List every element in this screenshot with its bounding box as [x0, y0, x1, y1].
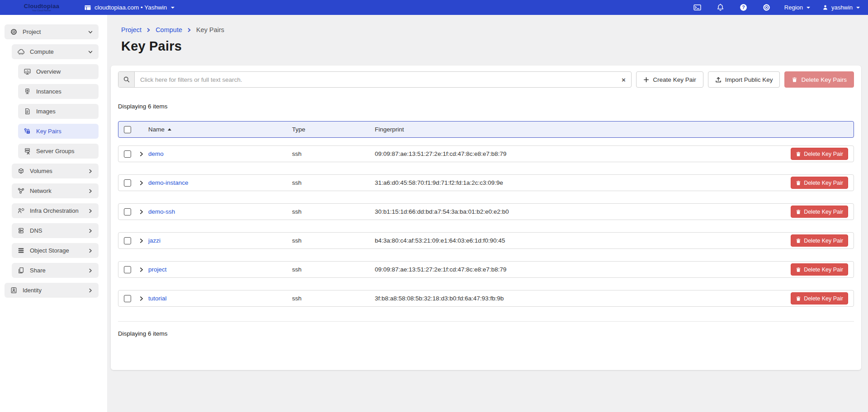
expand-chevron-icon[interactable]	[138, 180, 148, 186]
table-row: tutorial ssh 3f:b8:a8:58:08:5b:32:18:d3:…	[118, 290, 854, 307]
sidebar-item-volumes[interactable]: Volumes	[12, 164, 99, 178]
sidebar-item-instances[interactable]: Instances	[18, 84, 99, 99]
select-all-checkbox[interactable]	[124, 126, 131, 133]
brand-name: Cloudtopiaa	[24, 3, 59, 9]
breadcrumb-compute[interactable]: Compute	[156, 26, 182, 33]
sidebar-item-label: Project	[23, 28, 41, 35]
expand-chevron-icon[interactable]	[138, 295, 148, 302]
expand-chevron-icon[interactable]	[138, 238, 148, 244]
key-pair-name-link[interactable]: demo	[148, 150, 292, 157]
page-title: Key Pairs	[121, 39, 868, 54]
trash-icon	[796, 296, 801, 301]
row-checkbox[interactable]	[124, 208, 131, 215]
key-pair-type: ssh	[292, 150, 375, 157]
domain-selector-label: cloudtopiaa.com • Yashwin	[94, 4, 167, 11]
volumes-cube-icon	[17, 167, 25, 175]
sidebar-item-images[interactable]: Images	[18, 104, 99, 119]
brand-tagline: Your Cloud Partner	[32, 9, 51, 12]
sidebar-item-label: Server Groups	[36, 148, 75, 154]
delete-key-pair-button[interactable]: Delete Key Pair	[791, 177, 848, 189]
sidebar-item-label: Infra Orchestration	[30, 207, 79, 214]
chevron-right-icon	[88, 208, 93, 214]
user-dropdown[interactable]: yashwin	[822, 4, 860, 11]
key-pair-name-link[interactable]: demo-ssh	[148, 208, 292, 215]
images-document-icon	[24, 108, 31, 115]
sidebar-item-label: Images	[36, 108, 56, 115]
search-input[interactable]	[135, 72, 616, 87]
topbar: Cloudtopiaa Your Cloud Partner cloudtopi…	[0, 0, 868, 15]
region-dropdown[interactable]: Region	[784, 4, 810, 11]
key-pair-name-link[interactable]: project	[148, 266, 292, 273]
table-row: demo-instance ssh 31:a6:d0:45:58:70:f1:9…	[118, 174, 854, 191]
bell-icon[interactable]	[713, 3, 728, 12]
sidebar-item-project[interactable]: Project	[5, 24, 99, 39]
chevron-down-icon	[88, 29, 93, 35]
delete-key-pair-button[interactable]: Delete Key Pair	[791, 234, 848, 247]
object-storage-list-icon	[17, 247, 25, 254]
expand-chevron-icon[interactable]	[138, 151, 148, 157]
import-public-key-button[interactable]: Import Public Key	[708, 71, 780, 88]
sidebar-item-server-groups[interactable]: Server Groups	[18, 144, 99, 159]
sidebar-item-label: Compute	[30, 48, 54, 55]
sidebar-item-overview[interactable]: Overview	[18, 64, 99, 79]
delete-key-pair-button[interactable]: Delete Key Pair	[791, 148, 848, 160]
table-row: demo-ssh ssh 30:b1:15:1d:66:dd:bd:a7:54:…	[118, 203, 854, 220]
user-name: yashwin	[831, 4, 853, 11]
row-checkbox[interactable]	[124, 266, 131, 273]
expand-chevron-icon[interactable]	[138, 267, 148, 273]
row-checkbox[interactable]	[124, 237, 131, 244]
sidebar-item-share[interactable]: Share	[12, 263, 99, 278]
row-checkbox[interactable]	[124, 179, 131, 187]
key-pair-fingerprint: 30:b1:15:1d:66:dd:bd:a7:54:3a:ba:01:b2:e…	[375, 208, 791, 215]
table-row: demo ssh 09:09:87:ae:13:51:27:2e:1f:cd:4…	[118, 145, 854, 162]
filter-search-group: ×	[118, 71, 632, 88]
sidebar-item-network[interactable]: Network	[12, 183, 99, 198]
delete-key-pair-button[interactable]: Delete Key Pair	[791, 292, 848, 304]
create-key-pair-button[interactable]: Create Key Pair	[636, 71, 703, 88]
search-icon[interactable]	[118, 72, 135, 87]
sidebar-item-identity[interactable]: Identity	[5, 283, 99, 298]
brand-logo[interactable]: Cloudtopiaa Your Cloud Partner	[12, 3, 71, 12]
sidebar-item-label: Instances	[36, 88, 61, 95]
key-pair-type: ssh	[292, 295, 375, 302]
domain-selector[interactable]: cloudtopiaa.com • Yashwin	[84, 4, 175, 11]
trash-icon	[796, 267, 801, 272]
sidebar-item-label: Share	[30, 267, 46, 274]
infra-orchestration-icon	[17, 207, 25, 215]
instances-server-icon	[24, 88, 31, 95]
chevron-right-icon	[88, 169, 93, 174]
delete-key-pair-button[interactable]: Delete Key Pair	[791, 206, 848, 218]
sidebar-item-infra-orchestration[interactable]: Infra Orchestration	[12, 203, 99, 218]
breadcrumb-project[interactable]: Project	[121, 26, 142, 33]
help-icon[interactable]: ?	[736, 3, 751, 12]
expand-chevron-icon[interactable]	[138, 209, 148, 215]
sidebar-item-label: DNS	[30, 227, 42, 234]
delete-key-pair-button[interactable]: Delete Key Pair	[791, 263, 848, 276]
key-pair-name-link[interactable]: jazzi	[148, 237, 292, 244]
column-header-name[interactable]: Name	[148, 126, 165, 133]
clear-search-icon[interactable]: ×	[616, 72, 631, 87]
row-checkbox[interactable]	[124, 150, 131, 158]
dns-server-stack-icon	[17, 227, 25, 234]
key-pair-name-link[interactable]: tutorial	[148, 295, 292, 302]
region-label: Region	[784, 4, 803, 11]
sidebar-item-key-pairs[interactable]: Key Pairs	[18, 124, 99, 139]
sidebar-item-label: Volumes	[30, 168, 52, 174]
console-icon[interactable]	[690, 3, 705, 12]
trash-icon	[792, 77, 797, 83]
sidebar-item-dns[interactable]: DNS	[12, 223, 99, 238]
items-count-footer: Displaying 6 items	[118, 330, 168, 337]
delete-key-pairs-button[interactable]: Delete Key Pairs	[784, 71, 854, 88]
sidebar-item-object-storage[interactable]: Object Storage	[12, 243, 99, 258]
key-pair-type: ssh	[292, 266, 375, 273]
key-lock-icon	[24, 127, 31, 135]
sidebar: Project Compute Overview Instances	[0, 15, 107, 412]
gear-icon[interactable]	[759, 3, 774, 12]
key-pair-name-link[interactable]: demo-instance	[148, 179, 292, 186]
plus-icon	[643, 77, 649, 83]
row-checkbox[interactable]	[124, 295, 131, 302]
sidebar-item-compute[interactable]: Compute	[12, 44, 99, 59]
sidebar-item-label: Identity	[23, 287, 42, 294]
identity-badge-icon	[10, 286, 18, 294]
table-row: project ssh 09:09:87:ae:13:51:27:2e:1f:c…	[118, 261, 854, 278]
